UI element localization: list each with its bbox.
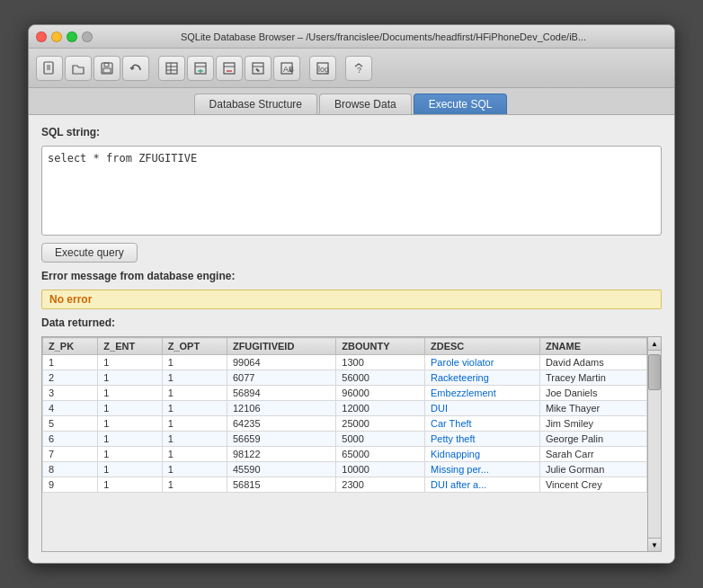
table-cell: 1 [162,432,227,447]
titlebar: SQLite Database Browser – /Users/francis… [29,25,674,49]
table-cell: Petty theft [425,432,540,447]
tab-database-structure[interactable]: Database Structure [194,94,317,114]
maximize-button[interactable] [67,31,77,42]
table-cell: David Adams [539,355,646,370]
toolbar: AB log ? [29,49,674,88]
error-message: No error [41,290,662,309]
table-cell: 64235 [227,416,335,432]
table-cell: 4 [43,401,98,416]
table-row[interactable]: 7119812265000KidnappingSarah Carr [43,447,647,462]
data-table: Z_PKZ_ENTZ_OPTZFUGITIVEIDZBOUNTYZDESCZNA… [42,337,647,493]
table-row[interactable]: 3115689496000EmbezzlementJoe Daniels [43,386,647,401]
column-header: ZFUGITIVEID [227,338,335,355]
sql-input[interactable] [41,146,662,236]
table-cell: 12000 [336,401,425,416]
table-cell: 56894 [227,386,335,401]
tab-bar: Database Structure Browse Data Execute S… [29,88,674,115]
save-button[interactable] [93,56,120,81]
table-cell: 1 [98,401,162,416]
table-cell: 1 [98,432,162,447]
scrollbar-track[interactable] [648,351,661,538]
table-cell: 1 [98,416,162,432]
table-cell: Tracey Martin [539,370,646,386]
table-cell: 1 [162,447,227,462]
log-button[interactable]: log [309,56,336,81]
undo-button[interactable] [122,56,149,81]
execute-query-button[interactable]: Execute query [41,243,138,263]
table-row[interactable]: 211607756000RacketeeringTracey Martin [43,370,647,386]
table-cell: 6077 [227,370,335,386]
table-row[interactable]: 911568152300DUI after a...Vincent Crey [43,477,647,493]
table-cell: 1 [162,370,227,386]
new-button[interactable] [36,56,63,81]
table-cell: DUI [425,401,540,416]
table-cell: Kidnapping [425,447,540,462]
table-cell: 1 [162,477,227,493]
scrollbar-thumb[interactable] [648,354,661,390]
close-button[interactable] [36,31,47,42]
table-cell: 12106 [227,401,335,416]
inactive-button [82,31,93,42]
filter-button[interactable]: AB [273,56,300,81]
table-cell: Jim Smiley [539,416,646,432]
table-cell: Embezzlement [425,386,540,401]
table-cell: 8 [43,462,98,477]
vertical-scrollbar[interactable]: ▲ ▼ [647,337,661,551]
sql-label: SQL string: [41,126,662,138]
table-cell: 1 [98,386,162,401]
table-cell: Julie Gorman [539,462,646,477]
table-cell: Missing per... [425,462,540,477]
app-window: SQLite Database Browser – /Users/francis… [28,24,675,564]
edit-button[interactable] [245,56,271,81]
table-cell: 7 [43,447,98,462]
svg-text:log: log [318,65,329,74]
minimize-button[interactable] [51,31,62,42]
table-cell: 25000 [336,416,425,432]
table-cell: 6 [43,432,98,447]
table-cell: 96000 [336,386,425,401]
svg-rect-6 [103,68,111,73]
table-cell: Car Theft [425,416,540,432]
table-row[interactable]: 5116423525000Car TheftJim Smiley [43,416,647,432]
table-row[interactable]: 111990641300Parole violatorDavid Adams [43,355,647,370]
table-cell: 2 [43,370,98,386]
table-row[interactable]: 611566595000Petty theftGeorge Palin [43,432,647,447]
add-row-button[interactable] [187,56,214,81]
scroll-down-button[interactable]: ▼ [648,538,661,551]
table-cell: 1 [162,462,227,477]
table-cell: 1 [98,462,162,477]
table-cell: 56815 [227,477,335,493]
svg-rect-18 [253,63,263,74]
table-scroll[interactable]: Z_PKZ_ENTZ_OPTZFUGITIVEIDZBOUNTYZDESCZNA… [42,337,647,551]
table-cell: Vincent Crey [539,477,646,493]
table-cell: 1 [162,401,227,416]
table-view-button[interactable] [158,56,185,81]
table-cell: 1 [98,370,162,386]
table-cell: Sarah Carr [539,447,646,462]
table-cell: 5000 [336,432,425,447]
table-cell: Joe Daniels [539,386,646,401]
table-cell: 1 [98,447,162,462]
table-cell: 1 [98,355,162,370]
open-button[interactable] [65,56,92,81]
help-button[interactable]: ? [345,56,372,81]
table-cell: 10000 [336,462,425,477]
table-cell: Mike Thayer [539,401,646,416]
tab-browse-data[interactable]: Browse Data [319,94,412,114]
column-header: ZNAME [539,338,646,355]
traffic-lights [36,31,93,42]
data-table-container: Z_PKZ_ENTZ_OPTZFUGITIVEIDZBOUNTYZDESCZNA… [41,336,662,552]
table-row[interactable]: 8114559010000Missing per...Julie Gorman [43,462,647,477]
table-cell: George Palin [539,432,646,447]
table-cell: 2300 [336,477,425,493]
delete-row-button[interactable] [216,56,243,81]
data-returned-label: Data returned: [41,316,662,329]
table-cell: 3 [43,386,98,401]
table-row[interactable]: 4111210612000DUIMike Thayer [43,401,647,416]
table-cell: 1300 [336,355,425,370]
column-header: ZDESC [425,338,540,355]
scroll-up-button[interactable]: ▲ [648,337,661,351]
table-cell: 45590 [227,462,335,477]
tab-execute-sql[interactable]: Execute SQL [414,94,508,114]
table-cell: Racketeering [425,370,540,386]
